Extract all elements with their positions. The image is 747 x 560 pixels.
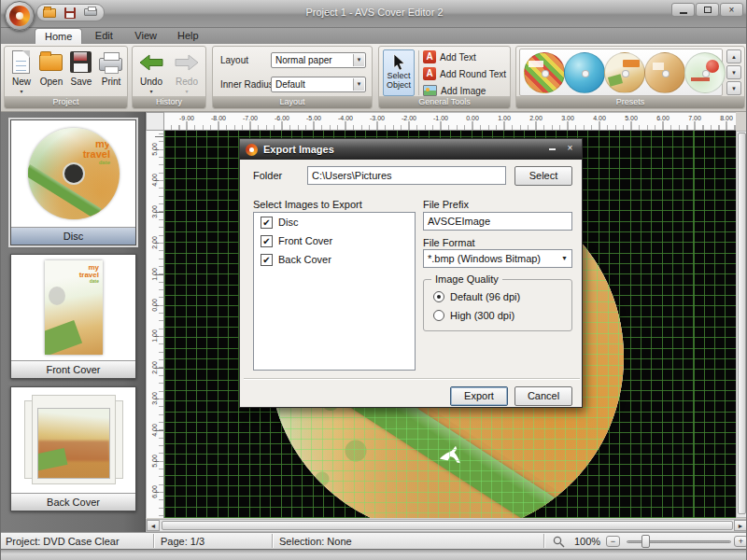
export-button[interactable]: Export bbox=[450, 386, 508, 406]
magnifier-icon bbox=[553, 536, 565, 548]
checkbox[interactable]: ✔ bbox=[261, 235, 273, 247]
preset-disc-5[interactable] bbox=[684, 52, 726, 93]
new-dropdown-caret[interactable]: ▾ bbox=[7, 88, 36, 94]
checkbox[interactable]: ✔ bbox=[261, 254, 273, 266]
ruler-label: -5.00 bbox=[306, 115, 321, 121]
preset-disc-4[interactable] bbox=[644, 52, 685, 93]
quality-option-default[interactable]: Default (96 dpi) bbox=[424, 287, 571, 306]
ruler-label: 5.00 bbox=[151, 143, 158, 156]
undo-dropdown-caret[interactable]: ▾ bbox=[136, 88, 166, 94]
inner-radius-field-label: Inner Radius bbox=[220, 79, 274, 90]
minimize-button[interactable] bbox=[671, 3, 695, 17]
close-button[interactable]: × bbox=[720, 3, 743, 17]
export-item-disc[interactable]: ✔Disc bbox=[254, 213, 415, 231]
ruler-label: -6.00 bbox=[275, 115, 289, 121]
undo-arrow-icon bbox=[139, 50, 163, 75]
ruler-label: 2.00 bbox=[529, 115, 543, 121]
ruler-label: -4.00 bbox=[338, 115, 353, 121]
preset-disc-1[interactable] bbox=[524, 52, 565, 93]
divider bbox=[244, 378, 580, 380]
preset-disc-2[interactable] bbox=[564, 52, 605, 93]
zoom-level: 100% bbox=[574, 536, 600, 547]
add-text-icon: A bbox=[423, 50, 436, 63]
open-button[interactable]: Open bbox=[36, 49, 66, 95]
disc-thumbnail-image: my travel date bbox=[28, 128, 120, 219]
ruler-label: 3.00 bbox=[151, 392, 158, 405]
export-item-front-cover[interactable]: ✔Front Cover bbox=[254, 231, 415, 250]
horizontal-ruler: -9.00-8.00-7.00-6.00-5.00-4.00-3.00-2.00… bbox=[164, 112, 736, 131]
vertical-ruler: 5.004.003.002.001.000.001.002.003.004.00… bbox=[146, 131, 164, 518]
preset-disc-3[interactable] bbox=[604, 52, 645, 93]
divider bbox=[418, 50, 419, 95]
layout-combobox[interactable]: Normal paper ▼ bbox=[271, 52, 366, 68]
print-button[interactable]: Print bbox=[96, 49, 126, 95]
ruler-label: 3.00 bbox=[151, 205, 158, 218]
ruler-corner bbox=[146, 112, 164, 131]
dialog-minimize-button[interactable] bbox=[545, 143, 559, 155]
layout-field-label: Layout bbox=[220, 55, 248, 65]
dialog-close-button[interactable]: × bbox=[563, 143, 577, 155]
zoom-out-button[interactable]: − bbox=[606, 536, 620, 547]
ruler-label: 0.00 bbox=[151, 299, 158, 312]
ribbon-toolbar: New ▾ Open Save Print Project U bbox=[1, 44, 747, 112]
sidebar-item-back-cover[interactable]: Back Cover bbox=[10, 386, 136, 511]
tab-home[interactable]: Home bbox=[35, 28, 82, 44]
ruler-label: -7.00 bbox=[243, 115, 258, 121]
maximize-button[interactable] bbox=[696, 3, 719, 17]
group-label-presets: Presets bbox=[516, 96, 744, 108]
presets-scroll-down-button[interactable]: ▼ bbox=[726, 65, 741, 79]
new-document-icon bbox=[9, 50, 34, 75]
add-round-text-button[interactable]: A Add Round Text bbox=[423, 66, 506, 81]
save-floppy-icon bbox=[69, 50, 93, 75]
folder-input[interactable]: C:\Users\Pictures bbox=[307, 166, 506, 185]
radio-button[interactable] bbox=[433, 310, 444, 321]
redo-dropdown-caret[interactable]: ▾ bbox=[172, 88, 202, 94]
presets-panel bbox=[519, 49, 723, 96]
sidebar-item-disc[interactable]: my travel date Disc bbox=[10, 119, 136, 245]
add-text-button[interactable]: A Add Text bbox=[423, 49, 476, 64]
group-presets: ▲ ▼ ▼ Presets bbox=[515, 46, 745, 109]
group-label-general-tools: General Tools bbox=[379, 96, 510, 108]
dialog-title: Export Images bbox=[263, 144, 334, 155]
vertical-scrollbar-thumb[interactable] bbox=[738, 133, 746, 514]
vertical-scrollbar[interactable] bbox=[736, 131, 747, 518]
chevron-down-icon[interactable]: ▼ bbox=[353, 78, 364, 91]
quality-option-high[interactable]: High (300 dpi) bbox=[424, 306, 571, 325]
export-images-list[interactable]: ✔Disc✔Front Cover✔Back Cover bbox=[253, 212, 416, 371]
cursor-arrow-icon bbox=[392, 53, 406, 71]
export-item-back-cover[interactable]: ✔Back Cover bbox=[254, 250, 415, 269]
horizontal-scrollbar[interactable]: ◄ ► bbox=[146, 519, 747, 532]
file-prefix-input[interactable]: AVSCEImage bbox=[423, 212, 572, 231]
dialog-title-bar[interactable]: Export Images × bbox=[240, 139, 582, 160]
tab-help[interactable]: Help bbox=[168, 28, 208, 44]
save-button[interactable]: Save bbox=[66, 49, 96, 95]
presets-scroll-up-button[interactable]: ▲ bbox=[726, 49, 741, 63]
select-images-label: Select Images to Export bbox=[253, 199, 362, 210]
undo-button[interactable]: Undo ▾ bbox=[136, 49, 166, 95]
scroll-right-button[interactable]: ► bbox=[734, 520, 747, 531]
zoom-slider-handle[interactable] bbox=[641, 535, 650, 548]
spiral-icon bbox=[9, 6, 30, 26]
divider bbox=[153, 534, 154, 548]
cancel-button[interactable]: Cancel bbox=[514, 386, 572, 406]
select-object-button[interactable]: Select Object bbox=[383, 49, 415, 96]
checkbox[interactable]: ✔ bbox=[261, 217, 273, 229]
new-button[interactable]: New ▾ bbox=[7, 49, 36, 95]
zoom-in-button[interactable]: + bbox=[734, 536, 747, 547]
radio-button[interactable] bbox=[433, 291, 444, 302]
sidebar-item-front-cover[interactable]: my travel date Front Cover bbox=[10, 254, 136, 379]
file-prefix-label: File Prefix bbox=[423, 199, 469, 210]
tab-view[interactable]: View bbox=[125, 28, 166, 44]
app-logo-icon[interactable] bbox=[5, 1, 35, 31]
export-item-label: Disc bbox=[278, 217, 298, 228]
horizontal-scrollbar-thumb[interactable] bbox=[162, 521, 733, 530]
select-folder-button[interactable]: Select bbox=[514, 166, 572, 186]
redo-button[interactable]: Redo ▾ bbox=[172, 49, 202, 95]
chevron-down-icon[interactable]: ▼ bbox=[353, 54, 364, 66]
tab-edit[interactable]: Edit bbox=[84, 28, 123, 44]
presets-expand-button[interactable]: ▼ bbox=[726, 81, 741, 95]
ruler-label: 4.00 bbox=[151, 175, 158, 188]
scroll-left-button[interactable]: ◄ bbox=[147, 520, 160, 531]
file-format-dropdown[interactable]: *.bmp (Windows Bitmap) ▼ bbox=[423, 249, 572, 268]
inner-radius-combobox[interactable]: Default ▼ bbox=[271, 77, 366, 92]
